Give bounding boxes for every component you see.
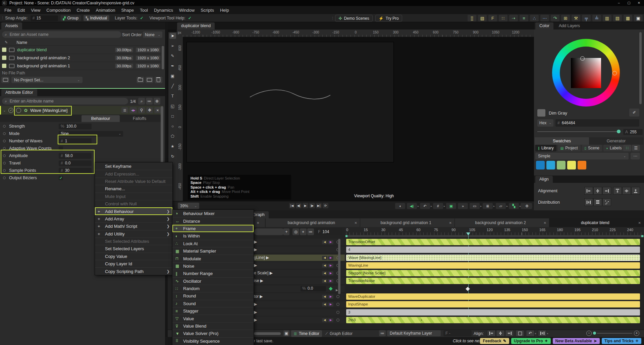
caret-right-icon[interactable]: ▸ [493,205,495,208]
align-left-button[interactable] [584,187,593,195]
toolbar-icon-button[interactable]: F [488,15,497,21]
caret-right-icon[interactable]: ▶ [336,287,338,293]
editor-mode-icon-button[interactable]: ▣ [283,330,289,336]
playback-button[interactable]: ◀| [296,203,302,208]
output-connection-icon[interactable]: ▶ [328,240,333,244]
toolbar-icon-button[interactable]: ⊞ [561,15,570,21]
distribute-scatter-button[interactable] [602,198,611,206]
alpha-field[interactable]: A255 [623,129,643,135]
distribute-v-button[interactable] [593,198,602,206]
playback-button[interactable]: ▶ [303,203,308,208]
context-menu-item[interactable]: + Add Expression... ❯ [95,170,172,177]
eyedropper-button[interactable]: ✐ [629,109,639,117]
zoom-slider-track[interactable] [597,333,632,334]
status-action-button[interactable]: Feedback✎ [480,338,509,344]
tab-behaviour[interactable]: Behaviour [82,115,120,122]
input-connection-icon[interactable]: ◀ [322,279,327,283]
toolbar-icon-button[interactable]: ≡ [520,15,528,21]
output-beziers-checkbox[interactable]: ✓ [59,176,63,180]
swatch-source-button[interactable]: ▤ Project [558,145,581,151]
status-action-button[interactable]: Upgrade to Pro✦ [511,338,551,344]
caret-right-icon[interactable]: ▶ [260,278,263,283]
context-menu-item[interactable]: + Set Selected Attributes ❯ [95,237,172,245]
viewport-control-button[interactable]: ▱ [496,203,506,209]
context-menu-item[interactable]: + Set Keyframe ❯ [95,162,172,170]
demo-scenes-button[interactable]: ✣ Demo Scenes [335,15,372,22]
individual-button[interactable]: ▚ Individual [84,15,109,21]
submenu-item[interactable]: ⌖ Frame [172,225,254,232]
caret-right-icon[interactable]: ▸ [431,205,432,208]
close-icon[interactable]: ✕ [355,221,357,225]
caret-right-icon[interactable]: ▸ [547,332,548,335]
pin-icon[interactable]: ⚲ [138,107,145,113]
keyframe-diamond-icon[interactable] [466,287,470,291]
playback-button[interactable]: ⟳ [323,203,328,208]
alpha-slider[interactable] [537,131,621,132]
grid-view-button[interactable]: ∷ [623,145,631,151]
input-connection-icon[interactable]: ◀ [322,256,327,260]
strength-field[interactable]: %100.0 [59,124,92,129]
viewport-tool-button[interactable]: ➤ [169,33,176,39]
adaptive-wave-counts-checkbox[interactable] [59,146,63,151]
menu-item[interactable]: Shape [118,8,137,13]
color-mode-dropdown[interactable]: Hex⌄ [537,119,553,127]
input-connection-icon[interactable]: ◀ [322,318,327,322]
timeline-track-bar[interactable]: 3 [346,309,640,316]
status-action-button[interactable]: New Beta Available➤ [553,338,600,344]
menu-item[interactable]: Composition [43,8,73,13]
assets-scrollbar[interactable] [162,46,164,69]
group-button[interactable]: ▞ Group [61,15,81,21]
value-field[interactable]: %0.0 [301,286,326,291]
status-action-button[interactable]: Tips and Tricks✧ [602,338,641,344]
menu-item[interactable]: Dynamics [151,8,176,13]
toolbar-icon-button[interactable]: ⣿ [468,15,476,21]
solo-circle-icon[interactable]: ✓ [16,108,21,113]
toolbar-icon-button[interactable]: ∴ [530,15,539,21]
clear-search-button[interactable]: ⊗ [154,98,160,105]
travel-field[interactable]: #0.0 [59,160,92,166]
window-control-button[interactable]: ▢ [624,0,634,6]
context-menu-item[interactable]: + Add Utility ❯ [95,230,172,237]
context-menu-item[interactable]: + Add Math/ Script ❯ [95,222,172,230]
timeline-track-bar[interactable]: 2to3 [346,317,640,323]
scene-tab[interactable]: background grid animation 1✕ [360,218,455,227]
zoom-out-button[interactable]: − [586,331,592,336]
filter-channels-button[interactable]: ≔ [307,228,314,235]
window-control-button[interactable]: ✕ [634,0,644,6]
connection-dot[interactable] [3,147,6,150]
menu-item[interactable]: Window [176,8,198,13]
snap-frames-button[interactable]: ⌖ [300,228,307,235]
toolbar-icon-button[interactable]: ╧ [592,15,601,21]
submenu-item[interactable]: ▽ Value [172,315,254,322]
scene-tab[interactable]: background grid animation 2✕ [455,218,549,227]
color-swatch[interactable] [557,161,566,169]
menu-item[interactable]: View [28,8,43,13]
caret-right-icon[interactable]: ▶ [260,294,263,299]
new-composition-button[interactable] [146,77,153,83]
toolbar-icon-button[interactable]: ⚒ [572,15,580,21]
enabled-check-icon[interactable]: ✓ [8,108,13,113]
range-start-handle[interactable] [345,235,347,237]
alpha-slider-handle[interactable] [617,130,621,133]
input-connection-icon[interactable]: ◀ [322,302,327,306]
output-connection-icon[interactable]: ▶ [328,295,333,299]
playback-button[interactable]: |◀ [289,203,295,208]
toolbar-icon-button[interactable]: ▤ [613,15,622,21]
viewport-control-button[interactable]: » [458,203,468,209]
timeline-layer-row[interactable]: ◀ ▶ ▶ [253,247,345,253]
context-menu-item[interactable]: + Copy Layer Id ❯ [95,260,172,267]
menu-item[interactable]: Edit [14,8,28,13]
toolbar-icon-button[interactable]: ▥ [603,15,611,21]
submenu-item[interactable]: ♪ Sound [172,300,254,307]
tab-swatches[interactable]: Swatches [535,137,589,145]
try-pro-button[interactable]: ⚡ Try Pro [375,15,402,22]
viewport-control-button[interactable]: ◀) [407,203,417,209]
swatch-source-button[interactable]: ◗ Labels [603,145,624,151]
swatch-set-dropdown[interactable]: Simple⌄ [535,153,629,159]
viewport-tool-help-checkbox[interactable]: ✓ [188,16,192,20]
sample-points-field[interactable]: #30 [59,168,92,174]
sliders-icon[interactable]: ☰ [121,107,128,113]
submenu-item[interactable]: ⊓ Modulate [172,255,254,262]
connection-dot[interactable] [3,162,6,164]
tab-falloffs[interactable]: Falloffs [121,115,158,122]
